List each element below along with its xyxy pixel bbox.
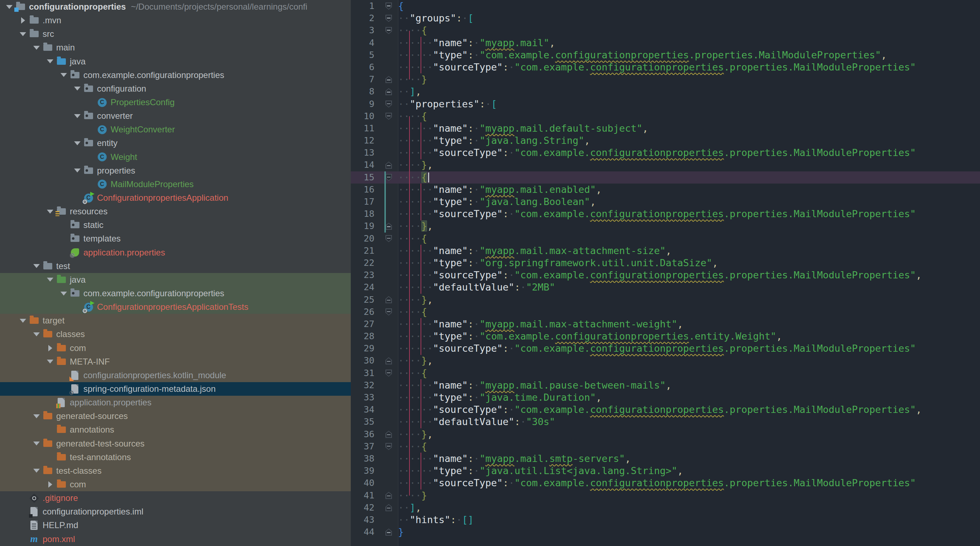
code-line[interactable]: 16······"name":·"myapp.mail.enabled", [351,184,980,196]
tree-item-templates[interactable]: templates [0,232,351,246]
tree-item-static[interactable]: static [0,218,351,232]
tree-item-annotations[interactable]: annotations [0,423,351,436]
tree-item-test-annotations[interactable]: test-annotations [0,451,351,464]
code-line[interactable]: 35······"defaultValue":·"30s" [351,416,980,428]
tree-item-src[interactable]: src [0,27,351,41]
code-line[interactable]: 24······"defaultValue":·"2MB" [351,281,980,294]
tree-item-configuration[interactable]: configuration [0,82,351,95]
fold-marker[interactable] [379,502,398,514]
chevron-down-icon[interactable] [72,114,83,118]
code-line[interactable]: 28······"type":·"com.example.configurati… [351,330,980,343]
fold-marker[interactable] [379,526,398,538]
fold-marker[interactable] [379,110,398,122]
chevron-down-icon[interactable] [72,87,83,90]
fold-close-icon[interactable] [385,529,392,536]
code-line[interactable]: 18······"sourceType":·"com.example.confi… [351,208,980,220]
chevron-down-icon[interactable] [72,168,83,173]
fold-close-icon[interactable] [385,222,392,230]
chevron-down-icon[interactable] [45,210,56,214]
code-line[interactable]: 22······"type":·"org.springframework.uti… [351,257,980,269]
tree-item-java[interactable]: java [0,55,351,68]
code-line[interactable]: 9··"properties":·[ [351,98,980,110]
code-line[interactable]: 10····{ [351,110,980,122]
code-line[interactable]: 40······"sourceType":·"com.example.confi… [351,477,980,489]
fold-marker[interactable] [379,220,398,232]
tree-item-generated-sources[interactable]: generated-sources [0,410,351,423]
tree-item-propertiesconfig[interactable]: CPropertiesConfig [0,95,351,109]
editor-panel[interactable]: 1{2··"groups":·[3····{4······"name":·"my… [351,0,980,546]
code-line[interactable]: 41····} [351,489,980,502]
tree-item-test[interactable]: test [0,259,351,273]
fold-open-icon[interactable] [385,100,392,108]
tree-item-pom.xml[interactable]: mpom.xml [0,532,351,546]
code-line[interactable]: 5······"type":·"com.example.configuratio… [351,49,980,61]
fold-marker[interactable] [379,12,398,24]
code-line[interactable]: 38······"name":·"myapp.mail.smtp-servers… [351,452,980,465]
code-line[interactable]: 33······"type":·"java.time.Duration", [351,391,980,403]
fold-marker[interactable] [379,233,398,245]
chevron-down-icon[interactable] [45,278,56,282]
tree-item-java[interactable]: java [0,273,351,287]
code-line[interactable]: 17······"type":·"java.lang.Boolean", [351,196,980,208]
code-line[interactable]: 4······"name":·"myapp.mail", [351,37,980,49]
tree-item-configurationproperties.kotlin-module[interactable]: configurationproperties.kotlin_module [0,368,351,382]
chevron-down-icon[interactable] [3,5,15,9]
tree-item-generated-test-sources[interactable]: generated-test-sources [0,437,351,451]
fold-close-icon[interactable] [385,296,392,303]
fold-marker[interactable] [379,428,398,440]
vcs-change-bar[interactable] [384,171,386,233]
code-line[interactable]: 37····{ [351,440,980,452]
chevron-down-icon[interactable] [17,32,29,36]
code-line[interactable]: 25····}, [351,294,980,306]
code-line[interactable]: 7····} [351,73,980,86]
fold-marker[interactable] [379,98,398,110]
tree-item-main[interactable]: main [0,41,351,54]
code-line[interactable]: 32······"name":·"myapp.mail.pause-betwee… [351,379,980,391]
tree-item-meta-inf[interactable]: META-INF [0,355,351,368]
fold-marker[interactable] [379,440,398,452]
code-line[interactable]: 44} [351,526,980,538]
tree-item-weight[interactable]: CWeight [0,150,351,164]
tree-item-spring-configuration-metadata.json[interactable]: spring-configuration-metadata.json [0,382,351,396]
code-line[interactable]: 20····{ [351,233,980,245]
fold-open-icon[interactable] [385,370,392,377]
chevron-down-icon[interactable] [31,332,42,336]
tree-item-configurationpropertiesapplicationtests[interactable]: CConfigurationpropertiesApplicationTests [0,300,351,314]
tree-item-help.md[interactable]: HELP.md [0,519,351,532]
fold-open-icon[interactable] [385,443,392,450]
tree-item-com.example.configurationproperties[interactable]: com.example.configurationproperties [0,287,351,300]
fold-marker[interactable] [379,0,398,12]
chevron-down-icon[interactable] [45,59,56,63]
fold-marker[interactable] [379,171,398,184]
fold-marker[interactable] [379,73,398,86]
code-line[interactable]: 19····}, [351,220,980,232]
fold-open-icon[interactable] [385,27,392,34]
code-line[interactable]: 34······"sourceType":·"com.example.confi… [351,403,980,416]
code-line[interactable]: 13······"sourceType":·"com.example.confi… [351,147,980,159]
tree-item-weightconverter[interactable]: CWeightConverter [0,123,351,136]
fold-marker[interactable] [379,355,398,367]
chevron-down-icon[interactable] [31,441,42,446]
code-line[interactable]: 39······"type":·"java.util.List<java.lan… [351,465,980,477]
code-line[interactable]: 8··], [351,86,980,98]
tree-item-com[interactable]: com [0,341,351,355]
tree-item-converter[interactable]: converter [0,109,351,123]
fold-close-icon[interactable] [385,492,392,499]
tree-item-com[interactable]: com [0,478,351,491]
code-line[interactable]: 30····}, [351,355,980,367]
code-line[interactable]: 12······"type":·"java.lang.String", [351,135,980,147]
chevron-down-icon[interactable] [31,414,42,418]
fold-open-icon[interactable] [385,235,392,242]
fold-close-icon[interactable] [385,162,392,169]
tree-item-entity[interactable]: entity [0,136,351,150]
tree-item-test-classes[interactable]: test-classes [0,464,351,478]
fold-marker[interactable] [379,306,398,318]
chevron-right-icon[interactable] [45,345,56,351]
tree-item-configurationproperties[interactable]: configurationproperties~/Documents/proje… [0,0,351,14]
tree-item-mailmoduleproperties[interactable]: CMailModuleProperties [0,178,351,191]
code-line[interactable]: 42··], [351,502,980,514]
tree-item-properties[interactable]: properties [0,164,351,178]
fold-close-icon[interactable] [385,431,392,438]
tree-item-application.properties[interactable]: application.properties [0,396,351,410]
fold-marker[interactable] [379,294,398,306]
